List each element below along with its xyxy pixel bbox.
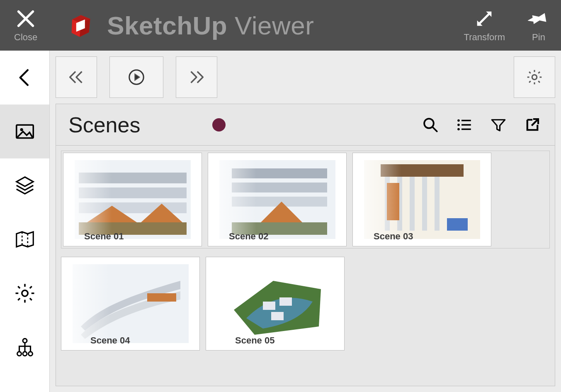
scene-thumb-04[interactable]: Scene 04: [61, 257, 200, 351]
recording-indicator-icon: [212, 118, 226, 131]
scene-thumb-art: [219, 160, 335, 239]
next-scene-button[interactable]: [176, 56, 217, 98]
scene-thumb-art: [75, 160, 191, 239]
scene-thumb-label: Scene 01: [84, 231, 124, 242]
map-icon: [14, 228, 36, 251]
list-icon: [456, 116, 473, 134]
svg-rect-43: [279, 297, 292, 306]
gear-icon: [14, 282, 36, 304]
hierarchy-icon: [14, 336, 36, 358]
svg-point-18: [457, 128, 460, 130]
pin-button[interactable]: Pin: [528, 8, 549, 43]
svg-point-11: [28, 352, 32, 356]
svg-point-9: [17, 352, 21, 356]
svg-point-17: [457, 124, 460, 126]
svg-point-16: [457, 119, 460, 122]
svg-rect-35: [435, 177, 440, 231]
close-button[interactable]: Close: [14, 8, 37, 43]
open-external-icon: [524, 116, 541, 134]
svg-rect-33: [410, 177, 415, 231]
scene-thumb-label: Scene 03: [374, 231, 413, 242]
main-area: Scenes: [0, 51, 561, 392]
scene-thumb-03[interactable]: Scene 03: [352, 153, 491, 246]
sidebar-item-scenes[interactable]: [0, 105, 49, 158]
previous-scene-button[interactable]: [56, 56, 97, 98]
transform-button[interactable]: Transform: [464, 8, 505, 43]
transform-icon: [474, 8, 495, 29]
svg-rect-21: [79, 187, 187, 198]
search-button[interactable]: [420, 115, 440, 135]
svg-point-6: [20, 128, 23, 131]
sidebar-collapse-button[interactable]: [0, 51, 49, 105]
svg-marker-13: [135, 74, 140, 80]
play-icon: [127, 68, 146, 87]
gear-icon: [525, 68, 544, 87]
svg-rect-20: [79, 173, 187, 183]
svg-rect-30: [381, 164, 464, 177]
scene-thumb-art: [364, 160, 480, 239]
filter-icon: [490, 116, 507, 134]
app-name-bold: SketchUp: [107, 11, 227, 40]
scene-thumb-01[interactable]: Scene 01: [63, 153, 202, 246]
filter-button[interactable]: [488, 115, 508, 135]
svg-point-14: [532, 75, 537, 80]
svg-rect-25: [232, 168, 327, 178]
titlebar: Close SketchUp Viewer Transform: [0, 0, 561, 51]
sketchup-logo-icon: [66, 11, 95, 40]
transform-label: Transform: [464, 32, 505, 43]
scene-thumb-label: Scene 04: [90, 335, 130, 346]
svg-rect-44: [271, 312, 284, 320]
titlebar-left: Close SketchUp Viewer: [14, 8, 314, 43]
panel-inner: Scene 01: [61, 151, 550, 248]
scenes-panel: Scenes: [56, 104, 555, 386]
pin-icon: [528, 8, 549, 29]
skip-forward-icon: [187, 68, 206, 87]
app-name-light: Viewer: [235, 11, 314, 40]
titlebar-right: Transform Pin: [464, 8, 549, 43]
svg-rect-37: [447, 218, 468, 231]
panel-body: Scene 01: [56, 146, 555, 355]
svg-point-8: [23, 338, 27, 343]
scene-thumb-05[interactable]: Scene 05: [206, 257, 345, 351]
panel-header: Scenes: [56, 104, 555, 146]
sidebar-item-map[interactable]: [0, 212, 49, 266]
scene-thumb-label: Scene 02: [229, 231, 268, 242]
app-title-area: SketchUp Viewer: [66, 11, 314, 40]
content-area: Scenes: [50, 51, 561, 392]
scene-row-2: Scene 04: [61, 257, 550, 351]
search-icon: [422, 116, 439, 134]
sidebar: [0, 51, 50, 392]
image-icon: [14, 120, 36, 143]
sidebar-item-outliner[interactable]: [0, 320, 49, 374]
svg-rect-39: [147, 293, 176, 302]
playback-toolbar: [56, 56, 555, 98]
sidebar-item-settings[interactable]: [0, 266, 49, 320]
sidebar-item-layers[interactable]: [0, 158, 49, 212]
pin-label: Pin: [532, 32, 545, 43]
close-label: Close: [14, 32, 37, 43]
svg-rect-42: [263, 302, 275, 310]
scene-thumb-02[interactable]: Scene 02: [208, 153, 347, 246]
scene-thumb-label: Scene 05: [235, 335, 274, 346]
scene-row-1: Scene 01: [63, 153, 548, 246]
app-title: SketchUp Viewer: [107, 11, 314, 40]
svg-rect-26: [232, 183, 327, 192]
layers-icon: [14, 174, 36, 197]
open-external-button[interactable]: [522, 115, 542, 135]
scene-settings-button[interactable]: [514, 56, 555, 98]
svg-point-7: [22, 290, 27, 296]
close-icon: [15, 8, 36, 29]
scene-thumb-art: [217, 264, 333, 343]
play-button[interactable]: [109, 56, 163, 98]
list-view-button[interactable]: [454, 115, 474, 135]
svg-point-10: [23, 352, 27, 356]
scene-thumb-art: [73, 264, 189, 343]
skip-back-icon: [67, 68, 86, 87]
svg-rect-36: [387, 183, 399, 220]
chevron-left-icon: [14, 66, 36, 89]
svg-rect-34: [422, 177, 427, 231]
panel-title: Scenes: [68, 112, 140, 137]
